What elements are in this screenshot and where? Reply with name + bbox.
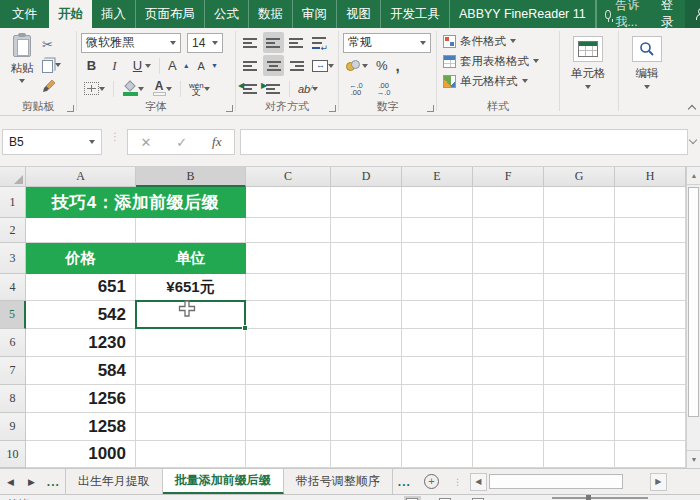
cell[interactable] <box>136 329 246 357</box>
cell[interactable] <box>136 357 246 385</box>
cell-A8[interactable]: 1256 <box>26 385 136 413</box>
cell[interactable] <box>544 218 615 243</box>
cell[interactable] <box>331 441 402 468</box>
cell[interactable] <box>473 413 544 441</box>
decrease-indent-button[interactable]: ◀ <box>240 78 261 99</box>
number-format-select[interactable]: 常规 <box>343 33 431 53</box>
cell[interactable] <box>26 218 136 243</box>
row-header-2[interactable]: 2 <box>0 218 26 243</box>
underline-button[interactable]: U <box>127 55 154 76</box>
fill-color-button[interactable] <box>119 78 147 99</box>
align-bottom-button[interactable] <box>286 32 307 53</box>
new-sheet-button[interactable]: + <box>416 469 447 494</box>
cell[interactable] <box>246 243 331 274</box>
cell[interactable] <box>331 243 402 274</box>
collapse-ribbon-chevron[interactable] <box>688 104 695 111</box>
number-dialog-launcher[interactable] <box>427 105 434 112</box>
sheet-tab-birthdate[interactable]: 出生年月提取 <box>65 469 163 494</box>
hscroll-right-arrow[interactable]: ▶ <box>650 473 667 491</box>
cell-B4[interactable]: ¥651元 <box>136 274 246 301</box>
cell[interactable] <box>615 218 686 243</box>
copy-button[interactable] <box>40 56 63 74</box>
cell[interactable] <box>402 274 473 301</box>
enter-button[interactable]: ✓ <box>176 135 187 150</box>
clipboard-dialog-launcher[interactable] <box>67 105 74 112</box>
format-painter-button[interactable] <box>40 77 63 95</box>
cell[interactable] <box>136 413 246 441</box>
editing-button[interactable]: 编辑 <box>623 31 671 99</box>
cell[interactable] <box>544 301 615 329</box>
scroll-down-arrow[interactable]: ▼ <box>687 450 700 468</box>
row-header-10[interactable]: 10 <box>0 441 26 468</box>
cell[interactable] <box>473 187 544 218</box>
cell[interactable] <box>136 218 246 243</box>
col-header-H[interactable]: H <box>615 167 686 187</box>
col-header-G[interactable]: G <box>544 167 615 187</box>
cell[interactable] <box>615 413 686 441</box>
cell[interactable] <box>331 357 402 385</box>
sheet-tab-prefix-suffix[interactable]: 批量添加前缀后缀 <box>163 469 284 494</box>
accounting-format-button[interactable] <box>343 55 371 76</box>
sheet-overflow-right[interactable]: ... <box>393 469 416 494</box>
cell-A6[interactable]: 1230 <box>26 329 136 357</box>
cell[interactable] <box>246 441 331 468</box>
cells-button[interactable]: 单元格 <box>564 31 612 99</box>
cell[interactable] <box>473 357 544 385</box>
wrap-text-button[interactable] <box>309 32 330 53</box>
cell[interactable] <box>246 413 331 441</box>
sheet-nav-right-arrow[interactable]: ▶ <box>21 469 42 494</box>
tab-page-layout[interactable]: 页面布局 <box>136 0 205 28</box>
cell[interactable] <box>246 187 331 218</box>
paste-dropdown-caret[interactable] <box>19 79 25 83</box>
cell[interactable] <box>473 329 544 357</box>
cell[interactable] <box>246 329 331 357</box>
active-cell-selection[interactable] <box>135 300 246 329</box>
cell[interactable] <box>473 385 544 413</box>
cell[interactable] <box>544 357 615 385</box>
cell[interactable] <box>473 301 544 329</box>
cell-A4[interactable]: 651 <box>26 274 136 301</box>
zoom-slider-knob[interactable] <box>586 495 591 500</box>
align-top-button[interactable] <box>240 32 261 53</box>
sign-in-button[interactable]: 登录 <box>649 0 686 28</box>
cell[interactable] <box>615 274 686 301</box>
cell[interactable] <box>544 413 615 441</box>
cell[interactable] <box>615 441 686 468</box>
increase-decimal-button[interactable]: ←.0.00 <box>343 78 369 99</box>
tab-review[interactable]: 审阅 <box>293 0 337 28</box>
cell[interactable] <box>246 218 331 243</box>
bold-button[interactable]: B <box>81 55 102 76</box>
cell[interactable] <box>402 357 473 385</box>
tab-view[interactable]: 视图 <box>337 0 381 28</box>
align-right-button[interactable] <box>286 55 307 76</box>
font-size-select[interactable]: 14 <box>187 33 223 53</box>
format-as-table-button[interactable]: 套用表格格式 <box>441 51 557 71</box>
row-header-3[interactable]: 3 <box>0 243 26 274</box>
cell[interactable] <box>473 441 544 468</box>
view-normal-button[interactable] <box>404 496 421 500</box>
tabbar-splitter[interactable]: ⋮ <box>447 469 468 494</box>
cell-A5[interactable]: 542 <box>26 301 136 329</box>
cell-A3-price-header[interactable]: 价格 <box>26 243 136 274</box>
cell[interactable] <box>544 385 615 413</box>
hscroll-left-arrow[interactable]: ◀ <box>470 473 487 491</box>
align-left-button[interactable] <box>240 55 261 76</box>
tab-data[interactable]: 数据 <box>249 0 293 28</box>
row-header-5[interactable]: 5 <box>0 301 26 329</box>
col-header-F[interactable]: F <box>473 167 544 187</box>
cell[interactable] <box>402 329 473 357</box>
fill-handle[interactable] <box>242 325 248 331</box>
cell[interactable] <box>544 441 615 468</box>
cell-styles-button[interactable]: 单元格样式 <box>441 71 557 91</box>
borders-button[interactable] <box>81 78 108 99</box>
col-header-D[interactable]: D <box>331 167 402 187</box>
zoom-slider[interactable] <box>552 497 648 499</box>
scroll-up-arrow[interactable]: ▲ <box>687 167 700 185</box>
cell-A10[interactable]: 1000 <box>26 441 136 468</box>
tab-formulas[interactable]: 公式 <box>205 0 249 28</box>
sheet-overflow-left[interactable]: ... <box>42 469 65 494</box>
sheet-tab-brackets[interactable]: 带括号调整顺序 <box>284 469 393 494</box>
cell[interactable] <box>246 274 331 301</box>
cell[interactable] <box>473 243 544 274</box>
horizontal-scrollbar[interactable]: ◀ ▶ <box>470 469 667 494</box>
